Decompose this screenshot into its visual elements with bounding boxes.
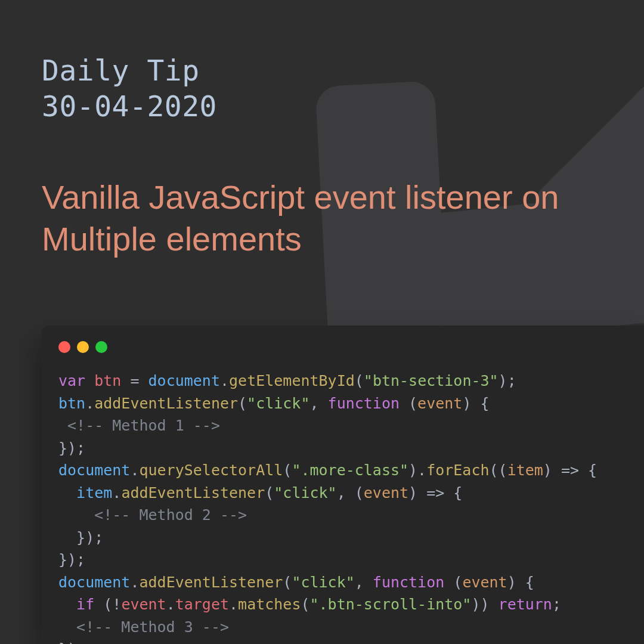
code-line: <!-- Method 3 --> [58,616,627,639]
code-token-str: ".more-class" [292,462,408,479]
code-token-op [121,372,130,389]
code-line: <!-- Method 2 --> [58,504,627,527]
code-token-op: ( [400,395,417,412]
code-token-var: btn [94,372,121,389]
code-token-arg: event [417,395,462,412]
code-token-op [58,484,76,501]
code-token-op: }); [58,640,85,644]
code-token-obj: document [58,574,130,591]
code-token-fn: getElementById [229,372,355,389]
code-token-op: ( [283,574,292,591]
code-line: document.addEventListener("click", funct… [58,571,627,594]
code-token-op: . [130,462,139,479]
code-token-op: = [130,372,139,389]
code-token-op: . [112,484,121,501]
code-card: var btn = document.getElementById("btn-s… [42,326,644,644]
code-token-arg: item [507,462,543,479]
code-token-op: ( [355,372,364,389]
code-token-kw: var [58,372,85,389]
code-token-str: "click" [292,574,354,591]
code-token-fn: addEventListener [121,484,265,501]
code-line: item.addEventListener("click", (event) =… [58,482,627,504]
minimize-icon [77,341,89,353]
code-token-kw: function [328,395,400,412]
code-token-fn: matches [238,596,301,613]
code-token-op: => [426,484,444,501]
code-token-str: "click" [274,484,336,501]
code-line: }); [58,527,627,549]
code-token-op: . [85,395,94,412]
code-token-op: { [579,462,597,479]
code-token-fn: querySelectorAll [139,462,283,479]
code-token-op: ( [265,484,274,501]
code-token-cmt: <!-- Method 2 --> [94,506,247,524]
code-token-op: , [309,395,327,412]
code-token-op: ( [301,596,309,613]
code-token-op: ) { [507,574,534,591]
code-token-op: ; [552,596,561,613]
code-token-var: target [175,596,229,613]
code-token-op: . [229,596,238,613]
code-token-op [58,618,76,636]
headline: Vanilla JavaScript event listener on Mul… [42,177,620,260]
code-token-op: ). [408,462,426,479]
code-token-op [58,506,94,524]
code-token-op: , ( [337,484,364,501]
code-token-op: ( [283,462,292,479]
code-token-op: ) [543,462,561,479]
code-token-op: ); [499,372,516,389]
code-line: <!-- Method 1 --> [58,414,627,437]
code-token-op: => [561,462,579,479]
code-line: btn.addEventListener("click", function (… [58,392,627,415]
code-token-op [58,596,76,613]
code-token-op: . [166,596,175,613]
code-token-obj: btn [58,395,85,412]
code-token-op: }); [58,551,85,568]
code-token-op: { [444,484,462,501]
code-token-arg: event [364,484,408,501]
code-token-obj: document [148,372,220,389]
code-token-str: ".btn-scroll-into" [310,596,472,613]
code-token-op [58,417,67,434]
code-token-var: event [121,596,166,613]
code-token-str: "click" [247,395,309,412]
code-token-cmt: <!-- Method 1 --> [67,417,220,434]
code-token-cmt: <!-- Method 3 --> [76,618,229,636]
maximize-icon [95,341,107,353]
code-token-str: "btn-section-3" [364,372,499,389]
code-line: var btn = document.getElementById("btn-s… [58,370,627,392]
code-token-op: ( [444,574,462,591]
code-token-op: }); [58,529,103,546]
code-line: }); [58,437,627,460]
code-token-op: )) [471,596,498,613]
code-token-arg: event [462,574,507,591]
code-token-fn: addEventListener [94,395,238,412]
window-traffic-lights [58,341,627,353]
code-token-op [140,372,148,389]
code-token-kw: function [373,574,444,591]
code-token-fn: addEventListener [139,574,283,591]
code-token-op: (! [94,596,121,613]
eyebrow-line-2: 30-04-2020 [42,88,217,124]
code-token-op: ( [238,395,247,412]
code-token-op: , [355,574,373,591]
code-block: var btn = document.getElementById("btn-s… [58,370,627,644]
code-line: }); [58,638,627,644]
code-line: if (!event.target.matches(".btn-scroll-i… [58,593,627,616]
code-token-kw: if [76,596,94,613]
code-token-obj: document [58,462,130,479]
code-token-fn: forEach [426,462,489,479]
code-token-op: . [220,372,229,389]
code-token-kw: return [499,596,552,613]
code-line: }); [58,549,627,571]
code-line: document.querySelectorAll(".more-class")… [58,459,627,482]
code-token-op: . [130,574,139,591]
code-token-op: (( [490,462,507,479]
eyebrow: Daily Tip 30-04-2020 [42,52,217,124]
code-token-op [85,372,94,389]
code-token-obj: item [76,484,112,501]
code-token-op: }); [58,439,85,457]
code-token-op: ) [408,484,426,501]
eyebrow-line-1: Daily Tip [42,52,217,88]
close-icon [58,341,70,353]
